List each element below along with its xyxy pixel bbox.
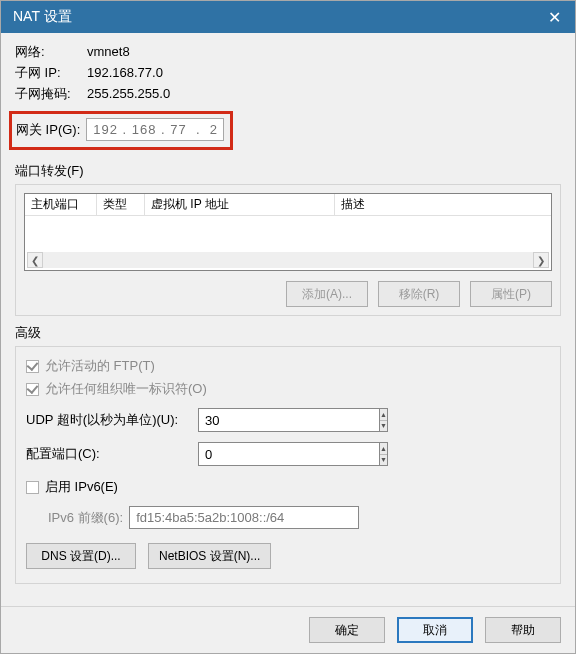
advanced-group-label: 高级 [15, 324, 561, 342]
gateway-highlight: 网关 IP(G): [9, 111, 233, 150]
table-header: 主机端口 类型 虚拟机 IP 地址 描述 [25, 194, 551, 216]
port-forward-table[interactable]: 主机端口 类型 虚拟机 IP 地址 描述 ❮ ❯ [24, 193, 552, 271]
subnet-ip-label: 子网 IP: [15, 64, 87, 82]
spin-down-icon[interactable]: ▼ [380, 421, 387, 432]
subnet-mask-value: 255.255.255.0 [87, 85, 170, 103]
allow-oui-label: 允许任何组织唯一标识符(O) [45, 380, 207, 398]
config-port-spinner[interactable]: ▲ ▼ [198, 442, 358, 466]
allow-ftp-checkbox[interactable] [26, 360, 39, 373]
scroll-track[interactable] [43, 252, 533, 268]
ipv6-prefix-input[interactable] [129, 506, 359, 529]
udp-timeout-spinner[interactable]: ▲ ▼ [198, 408, 358, 432]
allow-ftp-row: 允许活动的 FTP(T) [26, 357, 550, 375]
col-host-port[interactable]: 主机端口 [25, 194, 97, 215]
network-label: 网络: [15, 43, 87, 61]
dialog-footer: 确定 取消 帮助 [1, 606, 575, 653]
h-scrollbar[interactable]: ❮ ❯ [27, 252, 549, 268]
col-type[interactable]: 类型 [97, 194, 145, 215]
subnet-ip-value: 192.168.77.0 [87, 64, 163, 82]
allow-oui-checkbox[interactable] [26, 383, 39, 396]
enable-ipv6-row: 启用 IPv6(E) [26, 478, 550, 496]
help-button[interactable]: 帮助 [485, 617, 561, 643]
enable-ipv6-label: 启用 IPv6(E) [45, 478, 118, 496]
dns-settings-button[interactable]: DNS 设置(D)... [26, 543, 136, 569]
close-button[interactable]: ✕ [533, 1, 575, 33]
add-button[interactable]: 添加(A)... [286, 281, 368, 307]
ok-button[interactable]: 确定 [309, 617, 385, 643]
spin-up-icon[interactable]: ▲ [380, 443, 387, 455]
spin-up-icon[interactable]: ▲ [380, 409, 387, 421]
remove-button[interactable]: 移除(R) [378, 281, 460, 307]
gateway-label: 网关 IP(G): [16, 121, 80, 139]
scroll-right-icon[interactable]: ❯ [533, 252, 549, 268]
col-vm-ip[interactable]: 虚拟机 IP 地址 [145, 194, 335, 215]
cancel-button[interactable]: 取消 [397, 617, 473, 643]
ipv6-prefix-label: IPv6 前缀(6): [48, 509, 123, 527]
port-forward-group-label: 端口转发(F) [15, 162, 561, 180]
properties-button[interactable]: 属性(P) [470, 281, 552, 307]
allow-oui-row: 允许任何组织唯一标识符(O) [26, 380, 550, 398]
scroll-left-icon[interactable]: ❮ [27, 252, 43, 268]
netbios-settings-button[interactable]: NetBIOS 设置(N)... [148, 543, 271, 569]
config-port-input[interactable] [198, 442, 379, 466]
nat-settings-dialog: NAT 设置 ✕ 网络: vmnet8 子网 IP: 192.168.77.0 … [0, 0, 576, 654]
udp-timeout-input[interactable] [198, 408, 379, 432]
window-title: NAT 设置 [13, 8, 72, 26]
network-value: vmnet8 [87, 43, 130, 61]
spin-down-icon[interactable]: ▼ [380, 455, 387, 466]
allow-ftp-label: 允许活动的 FTP(T) [45, 357, 155, 375]
udp-timeout-label: UDP 超时(以秒为单位)(U): [26, 411, 198, 429]
subnet-mask-label: 子网掩码: [15, 85, 87, 103]
close-icon: ✕ [548, 8, 561, 27]
enable-ipv6-checkbox[interactable] [26, 481, 39, 494]
titlebar: NAT 设置 ✕ [1, 1, 575, 33]
config-port-label: 配置端口(C): [26, 445, 198, 463]
gateway-input[interactable] [86, 118, 224, 141]
col-desc[interactable]: 描述 [335, 194, 551, 215]
